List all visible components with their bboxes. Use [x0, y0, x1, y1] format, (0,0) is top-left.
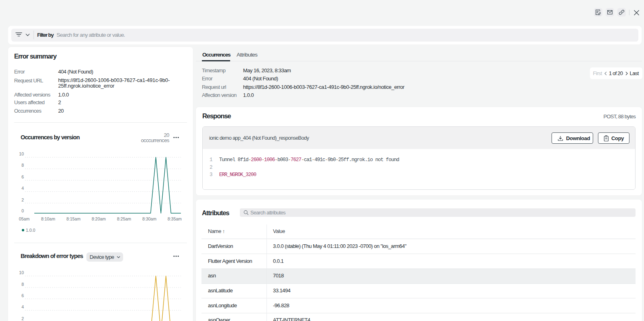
- svg-text:4: 4: [21, 304, 24, 309]
- svg-text:05am: 05am: [19, 216, 30, 221]
- svg-text:8:30am: 8:30am: [142, 216, 156, 221]
- svg-text:8:10am: 8:10am: [41, 216, 55, 221]
- svg-text:8:35am: 8:35am: [168, 216, 182, 221]
- svg-text:8: 8: [21, 163, 24, 168]
- svg-text:2: 2: [21, 197, 24, 202]
- svg-text:8:15am: 8:15am: [66, 216, 80, 221]
- svg-text:2: 2: [21, 316, 24, 321]
- svg-text:6: 6: [21, 174, 24, 179]
- svg-text:10: 10: [19, 151, 24, 156]
- svg-text:8: 8: [21, 282, 24, 287]
- svg-text:8:20am: 8:20am: [92, 216, 106, 221]
- svg-text:8:25am: 8:25am: [117, 216, 131, 221]
- svg-text:6: 6: [21, 293, 24, 298]
- svg-text:4: 4: [21, 186, 24, 191]
- svg-text:0: 0: [21, 208, 24, 213]
- svg-text:10: 10: [19, 270, 24, 275]
